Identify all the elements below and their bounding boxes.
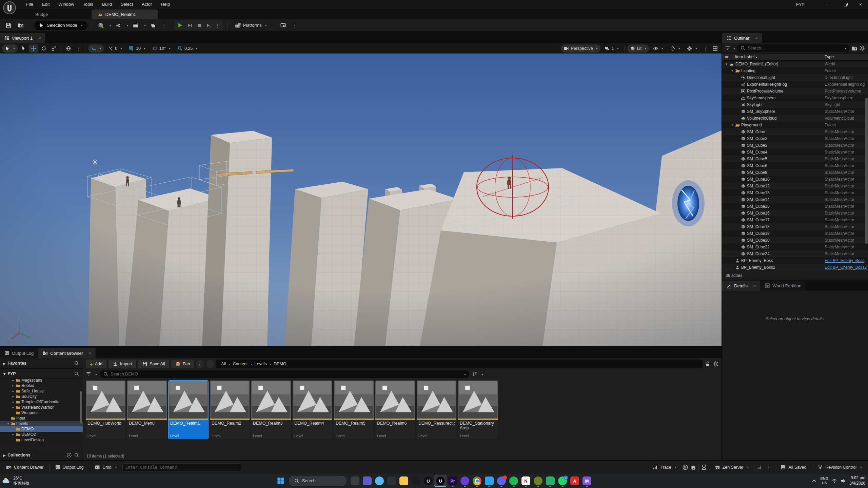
- outliner-row[interactable]: SM_Cube16StaticMeshActor: [722, 210, 868, 217]
- start-button[interactable]: [275, 475, 287, 487]
- taskbar-icon-purple-browser[interactable]: [459, 475, 471, 487]
- content-drawer-button[interactable]: Content Drawer: [3, 463, 47, 472]
- outliner-row[interactable]: SM_Cube5StaticMeshActor: [722, 156, 868, 162]
- outliner-edit-link[interactable]: Edit BP_Enemy_Boss: [825, 258, 868, 263]
- outliner-row[interactable]: BP_Enemy_BossEdit BP_Enemy_Boss: [722, 257, 868, 264]
- eject-button[interactable]: [204, 21, 214, 30]
- tree-item-roblox[interactable]: ▸Roblox: [0, 383, 83, 388]
- perspective-dropdown[interactable]: Perspective▾: [561, 44, 600, 53]
- surface-snapping-dropdown[interactable]: ▾: [88, 44, 104, 53]
- unlock-icon[interactable]: [705, 361, 711, 367]
- outliner-row[interactable]: SkyAtmosphereSkyAtmosphere: [722, 95, 868, 101]
- clock[interactable]: 9:02 pm3/4/2026: [849, 475, 865, 486]
- stopwatch-icon[interactable]: [690, 464, 696, 470]
- output-log-button[interactable]: Output Log: [52, 463, 87, 472]
- camera-speed-dropdown[interactable]: 1▾: [602, 44, 622, 53]
- back-button[interactable]: ←: [196, 360, 204, 368]
- taskbar-icon-ue-launcher[interactable]: U: [422, 475, 434, 487]
- add-button[interactable]: +Add: [86, 360, 106, 368]
- asset-tile[interactable]: DEMO_Realm1Level: [169, 381, 208, 439]
- tree-item-safe_house[interactable]: ▸Safe_House: [0, 388, 83, 394]
- search-icon[interactable]: [74, 361, 79, 366]
- outliner-row[interactable]: SM_Cube18StaticMeshActor: [722, 223, 868, 230]
- taskbar-icon-phone-link[interactable]: [386, 475, 398, 487]
- visibility-eye-icon[interactable]: [724, 55, 729, 59]
- grid-snap-dropdown[interactable]: 10▾: [126, 44, 148, 53]
- console-command-input[interactable]: [122, 463, 241, 471]
- wifi-icon[interactable]: [832, 478, 837, 484]
- tree-item-weapons[interactable]: Weapons: [0, 410, 83, 415]
- outliner-row[interactable]: VolumetricCloudVolumetricCloud: [722, 115, 868, 122]
- outliner-row[interactable]: SM_Cube14StaticMeshActor: [722, 196, 868, 203]
- asset-tile[interactable]: DEMO_Stationary AreaLevel: [458, 381, 498, 439]
- breadcrumb-item[interactable]: DEMO: [274, 362, 287, 366]
- close-details-tab-icon[interactable]: ×: [753, 283, 756, 288]
- asset-tile[interactable]: DEMO_HubWorldLevel: [86, 381, 125, 439]
- world-space-icon[interactable]: [64, 44, 73, 53]
- viewport-mode-dropdown[interactable]: ▾: [2, 44, 18, 53]
- outliner-scrollbar[interactable]: [865, 98, 868, 244]
- asset-tile[interactable]: DEMO_Realm4Level: [293, 381, 332, 439]
- taskbar-icon-teams[interactable]: [361, 475, 373, 487]
- minimize-button[interactable]: —: [823, 0, 838, 9]
- outliner-row[interactable]: SM_Cube13StaticMeshActor: [722, 189, 868, 196]
- taskbar-icon-premiere[interactable]: Pr: [447, 475, 459, 487]
- tree-item-soulcity[interactable]: ▸SoulCity: [0, 394, 83, 399]
- settings-gear-icon[interactable]: [713, 361, 719, 367]
- outliner-row[interactable]: ▾LightingFolder: [722, 67, 868, 74]
- asset-tile[interactable]: DEMO_Realm6Level: [375, 381, 415, 439]
- menu-item-build[interactable]: Build: [98, 0, 116, 9]
- view-mode-dropdown[interactable]: Lit▾: [627, 44, 649, 53]
- content-search-input[interactable]: [111, 372, 461, 377]
- outliner-row[interactable]: SM_Cube6StaticMeshActor: [722, 162, 868, 169]
- trace-dropdown[interactable]: Trace▾: [649, 463, 680, 472]
- outliner-row[interactable]: SM_Cube17StaticMeshActor: [722, 217, 868, 223]
- language-indicator[interactable]: ENGUS: [820, 476, 828, 485]
- tab-output-log[interactable]: Output Log: [0, 348, 38, 358]
- tab-details[interactable]: Details×: [722, 281, 760, 291]
- layers-icon[interactable]: [148, 21, 158, 30]
- show-flags-dropdown[interactable]: ▾: [650, 44, 666, 53]
- taskbar-icon-discord[interactable]: [495, 475, 508, 487]
- close-button[interactable]: ×: [853, 0, 868, 9]
- unreal-logo-icon[interactable]: [3, 1, 16, 15]
- tree-item-templesofcambodia[interactable]: ▸TemplesOfCambodia: [0, 399, 83, 405]
- outliner-row[interactable]: SM_Cube15StaticMeshActor: [722, 203, 868, 210]
- scale-tool-icon[interactable]: [50, 44, 58, 53]
- play-options-menu[interactable]: ⋮: [214, 23, 222, 28]
- record-icon[interactable]: [682, 464, 688, 470]
- tab-bridge[interactable]: Bridge: [30, 9, 54, 19]
- add-collection-icon[interactable]: [66, 452, 72, 458]
- taskbar-icon-m-app[interactable]: M: [581, 475, 593, 487]
- asset-tile[interactable]: DEMO_Realm5Level: [334, 381, 374, 439]
- menu-item-select[interactable]: Select: [116, 0, 137, 9]
- taskbar-icon-copilot[interactable]: [373, 475, 386, 487]
- expand-arrow-icon[interactable]: ▾: [730, 69, 734, 73]
- menu-item-edit[interactable]: Edit: [38, 0, 54, 9]
- taskbar-icon-notion[interactable]: N: [520, 475, 532, 487]
- select-tool-icon[interactable]: [19, 44, 28, 53]
- platforms-options-menu[interactable]: ⋮: [290, 23, 298, 28]
- tree-item-megascans[interactable]: ▸Megascans: [0, 379, 83, 383]
- revision-control-dropdown[interactable]: Revision Control▾: [814, 463, 865, 472]
- transform-options-menu[interactable]: ⋮: [74, 46, 82, 51]
- frame-skip-button[interactable]: [185, 21, 195, 30]
- save-icon[interactable]: [3, 21, 14, 30]
- outliner-row[interactable]: SM_Cube2StaticMeshActor: [722, 135, 868, 142]
- zen-server-dropdown[interactable]: Zen Server▾: [711, 463, 752, 472]
- tab-viewport-1[interactable]: Viewport 1×: [0, 33, 45, 43]
- outliner-row[interactable]: ▾DEMO_Realm1 (Editor)World: [722, 61, 868, 67]
- sort-icon[interactable]: [472, 371, 477, 377]
- favorites-section[interactable]: ▸ Favorites: [0, 358, 83, 368]
- cinematics-icon[interactable]: [131, 21, 141, 30]
- taskbar-icon-chrome[interactable]: [471, 475, 483, 487]
- menu-item-help[interactable]: Help: [156, 0, 174, 9]
- outliner-row[interactable]: SM_Cube3StaticMeshActor: [722, 142, 868, 149]
- viewport-options-menu[interactable]: ⋮: [701, 46, 709, 51]
- stop-button[interactable]: [195, 21, 204, 30]
- outliner-row[interactable]: SM_Cube9StaticMeshActor: [722, 169, 868, 176]
- outliner-settings-icon[interactable]: [859, 45, 865, 51]
- outliner-row[interactable]: SM_Cube24StaticMeshActor: [722, 250, 868, 257]
- collections-section[interactable]: ▸ Collections: [0, 450, 83, 460]
- menu-item-file[interactable]: File: [22, 0, 38, 9]
